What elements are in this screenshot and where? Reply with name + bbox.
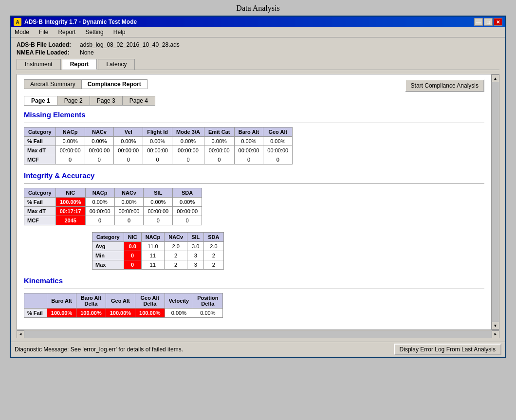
it-col-nic: NIC <box>124 233 141 242</box>
ia-row-mcf: MCF 2045 0 0 0 0 <box>24 216 202 225</box>
ia-col-sda: SDA <box>173 188 202 198</box>
menu-report[interactable]: Report <box>56 28 77 36</box>
it-col-category: Category <box>92 233 124 242</box>
me-mcf-baroalt: 0 <box>234 155 263 164</box>
kin-col-posdelta: PositionDelta <box>193 293 222 309</box>
me-pctfail-mode3a: 0.00% <box>172 137 204 146</box>
it-row-max: Max 0 11 2 3 2 <box>92 260 224 270</box>
title-bar-buttons: — □ ✕ <box>474 18 502 26</box>
me-maxdt-nacv: 00:00:00 <box>85 146 114 155</box>
me-pctfail-nacp: 0.00% <box>55 137 85 146</box>
it-avg-nic: 0.0 <box>124 242 141 251</box>
page-tab-1[interactable]: Page 1 <box>24 96 57 106</box>
sub-tab-compliance-report[interactable]: Compliance Report <box>81 79 147 89</box>
it-min-sda: 2 <box>204 251 223 260</box>
page-tab-3[interactable]: Page 3 <box>90 96 122 106</box>
it-min-label: Min <box>92 251 124 260</box>
menu-file[interactable]: File <box>37 28 50 36</box>
me-maxdt-emitcat: 00:00:00 <box>204 146 234 155</box>
kinematics-divider <box>24 289 484 289</box>
me-mcf-nacv: 0 <box>85 155 114 164</box>
window-title: ADS-B Integrity 1.7 - Dynamic Test Mode <box>24 18 137 25</box>
ia-row-pctfail: % Fail 100.00% 0.00% 0.00% 0.00% 0.00% <box>24 198 202 207</box>
ia-row-maxdt: Max dT 00:17:17 00:00:00 00:00:00 00:00:… <box>24 207 202 216</box>
scroll-up-button[interactable]: ▲ <box>492 74 499 82</box>
it-avg-label: Avg <box>92 242 124 251</box>
status-bar: Diagnostic Message: See 'error_log.err' … <box>11 342 505 357</box>
tab-report[interactable]: Report <box>62 59 97 70</box>
kin-col-baroalt: Baro Alt <box>47 293 76 309</box>
close-button[interactable]: ✕ <box>494 18 502 26</box>
display-error-log-button[interactable]: Display Error Log From Last Analysis <box>394 344 501 355</box>
me-maxdt-flightid: 00:00:00 <box>143 146 172 155</box>
ia-maxdt-sil: 00:00:00 <box>144 207 173 216</box>
page-tab-4[interactable]: Page 4 <box>122 96 155 106</box>
scroll-right-button[interactable]: ► <box>492 330 499 338</box>
it-row-min: Min 0 11 2 3 2 <box>92 251 224 260</box>
me-col-mode3a: Mode 3/A <box>172 128 204 137</box>
it-max-nacv: 2 <box>165 260 187 270</box>
it-min-nacp: 11 <box>141 251 165 260</box>
me-mcf-vel: 0 <box>114 155 143 164</box>
it-col-nacp: NACp <box>141 233 165 242</box>
it-max-sda: 2 <box>204 260 223 270</box>
it-col-nacv: NACv <box>165 233 187 242</box>
me-maxdt-label: Max dT <box>24 146 56 155</box>
minimize-button[interactable]: — <box>474 18 483 26</box>
me-col-nacv: NACv <box>85 128 114 137</box>
menu-mode[interactable]: Mode <box>13 28 31 36</box>
title-bar: A ADS-B Integrity 1.7 - Dynamic Test Mod… <box>11 17 505 27</box>
me-pctfail-nacv: 0.00% <box>85 137 114 146</box>
me-col-emitcat: Emit Cat <box>204 128 234 137</box>
top-bar: Aircraft Summary Compliance Report Start… <box>24 79 484 92</box>
kin-pctfail-baroalt: 100.00% <box>47 309 76 318</box>
nmea-file-row: NMEA File Loaded: None <box>17 49 499 56</box>
it-col-sil: SIL <box>187 233 204 242</box>
start-compliance-analysis-button[interactable]: Start Compliance Analysis <box>405 79 484 92</box>
it-col-sda: SDA <box>204 233 223 242</box>
menu-setting[interactable]: Setting <box>83 28 105 36</box>
ia-maxdt-nacp: 00:00:00 <box>85 207 114 216</box>
integrity-inner-table-wrap: Category NIC NACp NACv SIL SDA Avg <box>92 232 484 270</box>
kin-pctfail-posdelta: 0.00% <box>193 309 222 318</box>
it-max-nacp: 11 <box>141 260 165 270</box>
adsb-file-row: ADS-B File Loaded: adsb_log_08_02_2016_1… <box>17 41 499 48</box>
page-title: Data Analysis <box>236 4 279 13</box>
ia-pctfail-sda: 0.00% <box>173 198 202 207</box>
adsb-file-label: ADS-B File Loaded: <box>17 41 80 48</box>
tab-latency[interactable]: Latency <box>98 59 135 70</box>
ia-pctfail-nic: 100.00% <box>55 198 85 207</box>
nmea-file-label: NMEA File Loaded: <box>17 49 80 56</box>
kin-pctfail-velocity: 0.00% <box>165 309 193 318</box>
me-row-pctfail: % Fail 0.00% 0.00% 0.00% 0.00% 0.00% 0.0… <box>24 137 293 146</box>
tab-instrument[interactable]: Instrument <box>17 59 61 70</box>
it-min-nacv: 2 <box>165 251 187 260</box>
me-mcf-label: MCF <box>24 155 56 164</box>
missing-elements-table: Category NACp NACv Vel Flight Id Mode 3/… <box>24 127 293 164</box>
scroll-down-button[interactable]: ▼ <box>492 322 499 329</box>
menu-help[interactable]: Help <box>111 28 128 36</box>
main-panel: Aircraft Summary Compliance Report Start… <box>17 74 499 330</box>
title-bar-left: A ADS-B Integrity 1.7 - Dynamic Test Mod… <box>14 18 137 26</box>
kin-pctfail-geoaltdelta: 100.00% <box>135 309 165 318</box>
me-mcf-flightid: 0 <box>143 155 172 164</box>
missing-elements-title: Missing Elements <box>24 110 484 119</box>
kin-pctfail-label: % Fail <box>24 309 47 318</box>
it-max-sil: 3 <box>187 260 204 270</box>
kinematics-title: Kinematics <box>24 276 484 285</box>
page-tab-2[interactable]: Page 2 <box>57 96 90 106</box>
sub-tab-aircraft-summary[interactable]: Aircraft Summary <box>24 79 81 89</box>
me-pctfail-vel: 0.00% <box>114 137 143 146</box>
scroll-left-button[interactable]: ◄ <box>17 330 24 338</box>
kin-col-velocity: Velocity <box>165 293 193 309</box>
me-col-geoalt: Geo Alt <box>263 128 293 137</box>
restore-button[interactable]: □ <box>484 18 493 26</box>
it-max-label: Max <box>92 260 124 270</box>
kin-pctfail-geoalt: 100.00% <box>106 309 135 318</box>
me-col-category: Category <box>24 128 56 137</box>
scroll-track[interactable] <box>492 82 499 322</box>
hscroll-track[interactable] <box>24 331 492 338</box>
kin-col-geoalt: Geo Alt <box>106 293 135 309</box>
adsb-file-value: adsb_log_08_02_2016_10_40_28.ads <box>80 41 180 48</box>
file-info: ADS-B File Loaded: adsb_log_08_02_2016_1… <box>17 41 499 56</box>
